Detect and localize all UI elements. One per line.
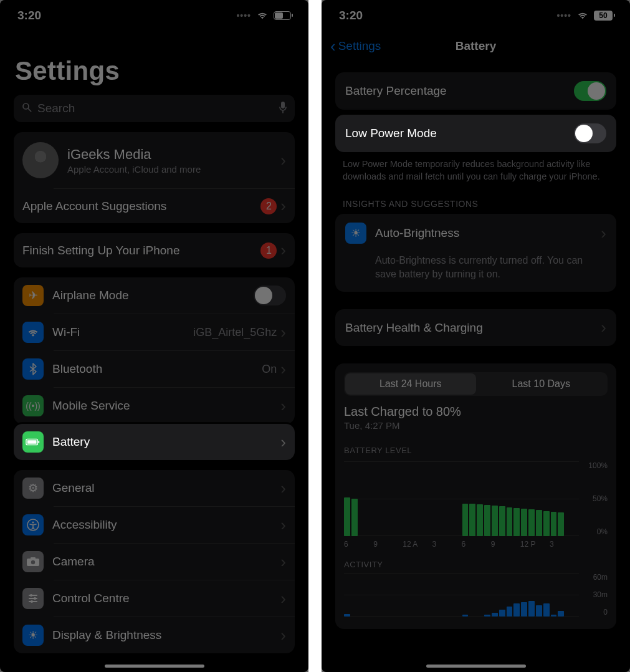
svg-point-9 [31,560,35,564]
chevron-right-icon: › [280,196,286,216]
row-label: Camera [52,555,280,569]
x-tick: 6 [462,540,491,549]
activity-chart: 60m 30m 0 [344,573,608,617]
airplane-mode-row[interactable]: ✈ Airplane Mode [14,277,295,314]
status-bar: 3:20 •••• 50 [322,0,630,26]
y-tick: 0% [597,527,608,536]
clock: 3:20 [17,9,41,22]
auto-brightness-card[interactable]: ☀ Auto-Brightness › Auto-Brightness is c… [335,214,616,292]
chevron-right-icon: › [280,479,286,498]
row-label: Battery Percentage [345,84,574,98]
control-centre-row[interactable]: Control Centre › [14,580,295,617]
row-value: iGB_Airtel_5Ghz [193,326,277,339]
chevron-right-icon: › [280,323,286,342]
low-power-row-highlight[interactable]: Low Power Mode [335,115,616,152]
battery-health-row[interactable]: Battery Health & Charging › [335,309,616,346]
row-value: On [262,363,277,376]
row-label: Battery Health & Charging [345,321,601,335]
battery-health-card: Battery Health & Charging › [335,309,616,346]
network-group: ✈ Airplane Mode Wi-Fi iGB_Airtel_5Ghz › … [14,277,295,424]
chevron-right-icon: › [280,360,286,379]
seg-10d[interactable]: Last 10 Days [476,373,607,395]
chevron-right-icon: › [280,241,286,260]
y-tick: 100% [588,461,608,470]
seg-24h[interactable]: Last 24 Hours [345,373,476,395]
battery-level-chart: 100% 50% 0% [344,461,608,536]
clock: 3:20 [339,9,363,22]
profile-row[interactable]: iGeeks Media Apple Account, iCloud and m… [14,132,295,188]
x-tick: 12 P [520,540,550,549]
wifi-row[interactable]: Wi-Fi iGB_Airtel_5Ghz › [14,314,295,350]
row-label: Accessibility [52,518,280,532]
bluetooth-icon [22,358,44,380]
chevron-right-icon: › [601,224,606,243]
row-label: Low Power Mode [345,127,574,140]
battery-status-icon: 50 [594,11,613,21]
search-bar[interactable] [14,95,295,122]
battery-level-label: BATTERY LEVEL [344,446,608,455]
home-indicator[interactable] [105,665,204,668]
airplane-icon: ✈ [22,285,44,306]
badge: 2 [260,198,277,214]
apple-suggestions-row[interactable]: Apple Account Suggestions 2 › [14,189,295,223]
finish-setup-card: Finish Setting Up Your iPhone 1 › [14,233,295,267]
camera-row[interactable]: Camera › [14,544,295,580]
row-label: Apple Account Suggestions [22,199,260,213]
profile-sub: Apple Account, iCloud and more [67,164,280,175]
row-label: Airplane Mode [52,289,254,302]
row-label: Display & Brightness [52,628,280,642]
usage-card: Last 24 Hours Last 10 Days Last Charged … [335,363,616,629]
display-brightness-row[interactable]: ☀ Display & Brightness › [14,617,295,653]
row-label: Wi-Fi [52,325,193,339]
battery-percentage-toggle[interactable] [574,81,606,101]
chevron-right-icon: › [601,318,606,337]
x-tick: 3 [432,540,461,549]
cellular-dots-icon: •••• [236,11,251,21]
x-tick: 3 [550,540,579,549]
home-indicator[interactable] [426,665,526,668]
finish-setup-row[interactable]: Finish Setting Up Your iPhone 1 › [14,233,295,267]
insight-body: Auto-Brightness is currently turned off.… [345,254,606,281]
battery-row-highlight[interactable]: Battery › [14,424,295,460]
bluetooth-row[interactable]: Bluetooth On › [14,351,295,387]
chevron-right-icon: › [280,516,286,535]
mic-icon[interactable] [279,101,287,116]
control-icon [22,588,44,609]
accessibility-row[interactable]: Accessibility › [14,507,295,543]
svg-point-11 [30,594,32,597]
battery-percentage-row[interactable]: Battery Percentage [335,72,616,110]
svg-rect-10 [31,557,36,559]
battery-percentage-card: Battery Percentage [335,72,616,110]
battery-icon [22,431,44,453]
battery-status-icon [274,11,291,20]
time-range-segmented[interactable]: Last 24 Hours Last 10 Days [344,372,608,396]
nav-bar: ‹ Settings Battery [322,31,630,61]
svg-point-7 [32,521,34,523]
camera-icon [22,551,44,572]
search-input[interactable] [37,102,274,115]
chevron-right-icon: › [280,151,286,170]
back-button[interactable]: ‹ Settings [330,37,381,56]
chevron-right-icon: › [280,433,286,452]
chevron-right-icon: › [280,626,286,645]
svg-point-13 [31,600,33,603]
avatar [22,142,59,178]
svg-point-12 [34,597,36,600]
mobile-service-row[interactable]: ((•)) Mobile Service › [14,388,295,424]
svg-rect-4 [27,440,37,444]
profile-card: iGeeks Media Apple Account, iCloud and m… [14,132,295,223]
panel-divider [308,0,322,672]
search-icon [21,102,32,115]
battery-screen: 3:20 •••• 50 ‹ Settings Battery Battery … [322,0,630,672]
cellular-dots-icon: •••• [556,11,571,21]
profile-name: iGeeks Media [67,146,280,163]
svg-line-1 [28,108,31,112]
mobile-icon: ((•)) [22,395,44,416]
airplane-toggle[interactable] [254,286,286,305]
general-row[interactable]: ⚙ General › [14,470,295,506]
settings-screen: 3:20 •••• Settings iGeeks Media Apple Ac… [0,0,308,672]
low-power-toggle[interactable] [574,123,606,143]
x-tick: 12 A [403,540,432,549]
y-tick: 30m [593,590,608,599]
last-charged-title: Last Charged to 80% [344,405,608,419]
